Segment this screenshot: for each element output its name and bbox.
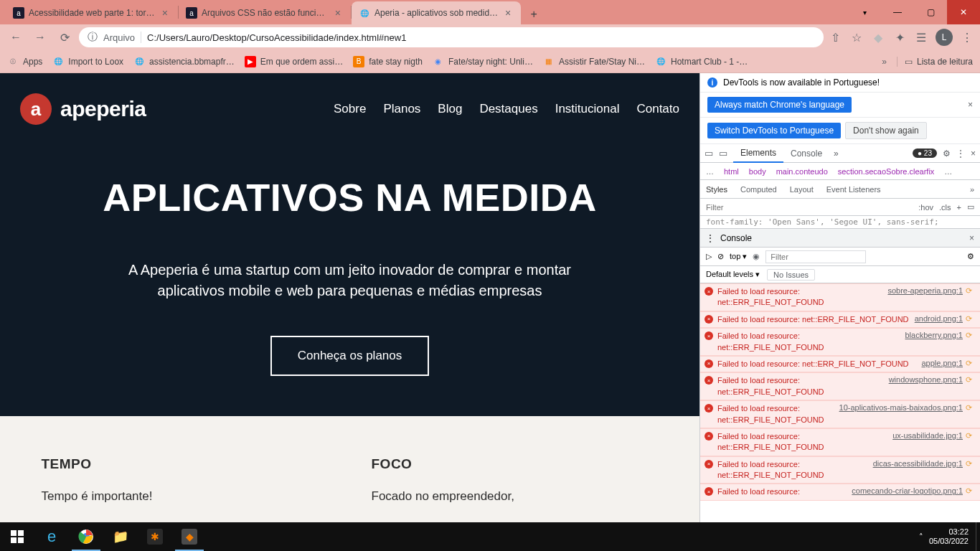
tab-computed[interactable]: Computed [740,185,777,194]
breadcrumb-item[interactable]: section.secaoSobre.clearfix [838,167,935,176]
live-expression-icon[interactable]: ◉ [753,252,760,261]
bookmark-item[interactable]: ▦Assistir Fate/Stay Ni… [543,56,645,67]
console-messages[interactable]: ×Failed to load resource: net::ERR_FILE_… [700,283,980,522]
console-error-row[interactable]: ×Failed to load resource:comecando-criar… [700,484,980,500]
bookmark-item[interactable]: ▶Em que ordem assi… [245,56,343,67]
start-button[interactable] [0,522,34,551]
context-selector[interactable]: top ▾ [730,252,747,261]
nav-link-institucional[interactable]: Institucional [555,102,620,116]
error-source-link[interactable]: windowsphone.png:1 [889,375,963,397]
browser-tab-1[interactable]: a Arquivos CSS não estão funciona… × [179,1,351,24]
clear-console-icon[interactable]: ⊘ [717,252,724,261]
box-model-icon[interactable]: ▭ [967,202,974,212]
tabs-dropdown-icon[interactable]: ▾ [848,0,881,24]
close-icon[interactable]: × [971,149,976,159]
console-error-row[interactable]: ×Failed to load resource: net::ERR_FILE_… [700,456,980,484]
apps-button[interactable]: ⦾ Apps [7,56,42,67]
tab-event-listeners[interactable]: Event Listeners [826,185,881,194]
error-source-link[interactable]: comecando-criar-logotipo.png:1 [852,486,963,497]
close-icon[interactable]: × [332,7,344,19]
breadcrumb-more[interactable]: … [944,167,952,176]
error-source-link[interactable]: apple.png:1 [922,359,963,369]
forward-button[interactable]: → [30,27,50,47]
hov-toggle[interactable]: :hov [918,203,933,212]
tab-layout[interactable]: Layout [790,185,814,194]
browser-tab-2[interactable]: 🌐 Aperia - aplicativos sob medid… × [352,1,521,24]
console-error-row[interactable]: ×Failed to load resource: net::ERR_FILE_… [700,283,980,311]
site-logo[interactable]: a apeperia [20,93,146,125]
browser-tab-0[interactable]: a Acessibilidade web parte 1: torna… × [6,1,178,24]
styles-filter-input[interactable] [706,203,913,212]
profile-avatar[interactable]: L [936,29,953,46]
tray-chevron-icon[interactable]: ˄ [919,532,923,542]
taskbar-app[interactable]: ✱ [138,522,172,551]
error-source-link[interactable]: 10-aplicativos-mais-baixados.png:1 [839,403,963,425]
gear-icon[interactable]: ⚙ [943,149,951,159]
taskbar-explorer[interactable]: 📁 [103,522,138,551]
error-source-link[interactable]: ux-usabilidade.jpg:1 [892,431,963,453]
breadcrumb-item[interactable]: body [749,167,766,176]
close-icon[interactable]: × [159,7,171,19]
console-error-row[interactable]: ×Failed to load resource: net::ERR_FILE_… [700,400,980,428]
close-icon[interactable]: × [502,7,514,19]
bookmark-item[interactable]: 🌐assistencia.bbmapfr… [133,56,235,67]
minimize-button[interactable]: ― [881,0,914,24]
breadcrumb-item[interactable]: main.conteudo [776,167,828,176]
console-error-row[interactable]: ×Failed to load resource: net::ERR_FILE_… [700,428,980,456]
show-desktop-button[interactable] [976,522,980,551]
nav-link-blog[interactable]: Blog [438,102,462,116]
error-source-link[interactable]: blackberry.png:1 [905,331,963,353]
cta-button[interactable]: Conheça os planos [270,336,430,376]
tray-clock[interactable]: 03:22 05/03/2022 [929,527,969,546]
nav-link-sobre[interactable]: Sobre [334,102,366,116]
bookmark-item[interactable]: ◉Fate/stay night: Unli… [433,56,533,67]
share-icon[interactable]: ⇧ [828,31,842,44]
nav-link-contato[interactable]: Contato [636,102,679,116]
bookmark-star-icon[interactable]: ☆ [849,31,864,44]
more-tabs-icon[interactable]: » [970,185,974,194]
bookmarks-overflow-icon[interactable]: » [882,57,887,67]
log-levels-dropdown[interactable]: Default levels ▾ [706,270,760,279]
kebab-icon[interactable]: ⋮ [706,233,715,243]
back-button[interactable]: ← [6,27,26,47]
bookmark-item[interactable]: Bfate stay nigth [353,56,423,67]
dont-show-again-button[interactable]: Don't show again [845,122,927,139]
reading-list-icon[interactable]: ☰ [914,31,928,44]
extension-icon[interactable]: ◆ [871,31,885,44]
tab-console[interactable]: Console [783,144,829,163]
system-tray[interactable]: ˄ 03:22 05/03/2022 [919,527,976,546]
close-window-button[interactable]: ✕ [947,0,980,24]
bookmark-item[interactable]: 🌐Hotmart Club - 1 -… [655,56,748,67]
nav-link-planos[interactable]: Planos [383,102,420,116]
error-count-badge[interactable]: ● 23 [913,149,937,158]
more-tabs-icon[interactable]: » [829,149,843,159]
maximize-button[interactable]: ▢ [914,0,947,24]
omnibox[interactable]: ⓘ Arquivo C:/Users/Lauro/Desktop/CursoAc… [79,27,824,47]
gear-icon[interactable]: ⚙ [967,252,974,261]
error-source-link[interactable]: android.png:1 [915,314,963,325]
console-filter-input[interactable] [765,250,866,263]
device-toolbar-icon[interactable]: ▭ [719,148,727,159]
taskbar-sublime[interactable]: ◆ [172,522,207,551]
console-error-row[interactable]: ×Failed to load resource: net::ERR_FILE_… [700,356,980,372]
error-source-link[interactable]: sobre-apeperia.png:1 [887,286,963,309]
nav-link-destaques[interactable]: Destaques [479,102,537,116]
new-style-rule-icon[interactable]: + [957,203,961,212]
reload-button[interactable]: ⟳ [55,27,75,47]
menu-icon[interactable]: ⋮ [960,31,974,44]
console-error-row[interactable]: ×Failed to load resource: net::ERR_FILE_… [700,311,980,328]
execute-icon[interactable]: ▷ [706,252,712,261]
bookmark-item[interactable]: 🌐Import to Loox [52,56,123,67]
site-info-icon[interactable]: ⓘ [88,31,98,44]
extensions-puzzle-icon[interactable]: ✦ [892,31,907,44]
new-tab-button[interactable]: + [524,4,544,24]
cls-toggle[interactable]: .cls [939,203,951,212]
taskbar-chrome[interactable] [69,522,103,551]
inspect-element-icon[interactable]: ▭ [705,148,713,159]
tab-elements[interactable]: Elements [733,144,783,163]
console-error-row[interactable]: ×Failed to load resource: net::ERR_FILE_… [700,328,980,356]
match-language-button[interactable]: Always match Chrome's language [707,97,852,113]
error-source-link[interactable]: dicas-acessibilidade.jpg:1 [873,459,963,481]
breadcrumb-item[interactable]: html [724,167,739,176]
taskbar-ie[interactable]: e [34,522,69,551]
